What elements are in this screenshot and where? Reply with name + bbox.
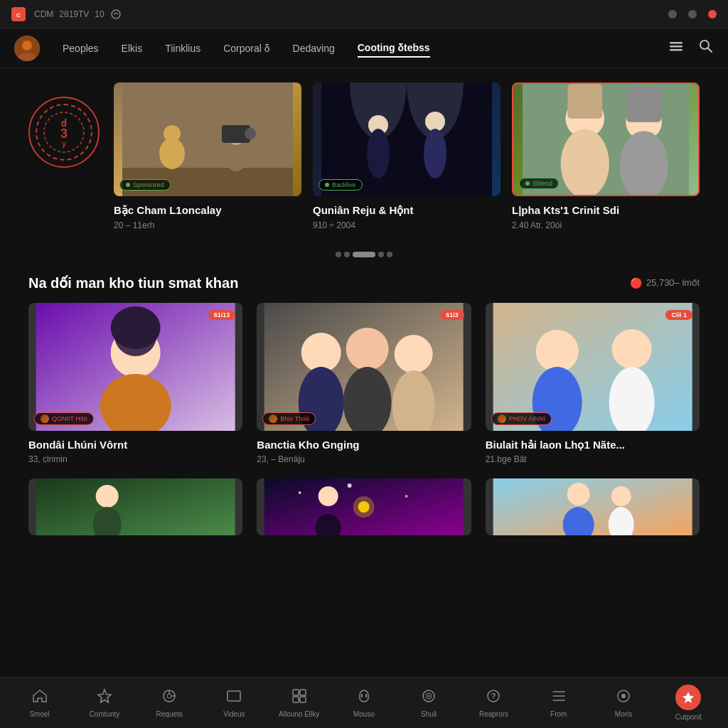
- allouno-label: Allouno Ellky: [279, 710, 319, 718]
- pagination-dot-2[interactable]: [344, 252, 350, 257]
- nav-item-peoples[interactable]: Peoples: [63, 40, 99, 57]
- section-header: Na dối man kho tiun smat khan 🔴 25,730– …: [28, 274, 700, 291]
- allouno-icon: [291, 688, 307, 707]
- card3-title: L|pha Kts'1 Crinit Sdi: [512, 203, 700, 218]
- minimize-button[interactable]: [668, 10, 677, 18]
- view-count: 10: [95, 9, 104, 19]
- bottom-nav-mouso[interactable]: Mouso: [331, 688, 396, 718]
- featured-card-3[interactable]: Sblend L|pha Kts'1 Crinit Sdi 2.40 Atr. …: [512, 82, 700, 230]
- bottom-nav-reaprors[interactable]: ? Reaprors: [461, 688, 526, 718]
- vc3-badge: Ciii 1: [665, 310, 692, 320]
- nav-item-tiinklius[interactable]: Tiinklius: [165, 40, 200, 57]
- video-card-3[interactable]: Ciii 1 PHOV AINNI Biulait hải laon Lhọ1 …: [486, 303, 700, 465]
- vc3-channel: PHOV AINNI: [491, 412, 552, 425]
- svg-point-22: [245, 128, 256, 139]
- svg-point-60: [405, 495, 408, 498]
- mouso-icon: [356, 688, 372, 707]
- mouso-label: Mouso: [353, 710, 375, 718]
- svg-point-17: [159, 138, 185, 169]
- card3-badge: Sblend: [519, 178, 559, 189]
- featured-card-1[interactable]: Sponsored Bặc Cham L1oncalay 20 – 11erh: [114, 82, 301, 230]
- svg-rect-35: [626, 87, 661, 122]
- featured-thumb-3: Sblend: [512, 82, 700, 196]
- pagination-dot-3[interactable]: [353, 252, 375, 257]
- svg-point-72: [167, 694, 171, 698]
- vc1-title: Bondâi Lhúni Vôrnt: [28, 438, 242, 452]
- svg-point-29: [424, 129, 446, 178]
- svg-point-82: [428, 695, 430, 697]
- card3-subtitle: 2.40 Atr. 20öi: [512, 220, 700, 230]
- video-thumb-2: 61i3 Bhio Thiiiii: [257, 303, 471, 431]
- close-button[interactable]: [708, 10, 717, 18]
- comtunty-label: Comtunty: [90, 710, 120, 718]
- svg-point-47: [395, 335, 433, 373]
- nav-item-corporal[interactable]: Corporal δ: [223, 40, 269, 57]
- svg-rect-54: [36, 478, 235, 535]
- card1-subtitle: 20 – 11erh: [114, 220, 301, 230]
- videos-icon: [226, 688, 242, 707]
- app-logo: C: [11, 7, 26, 21]
- channel-name: 2819TV: [59, 9, 89, 19]
- pagination: [28, 252, 700, 257]
- svg-point-89: [621, 694, 626, 698]
- pagination-dot-1[interactable]: [336, 252, 341, 257]
- reaprors-icon: ?: [486, 688, 501, 707]
- bottom-nav-allouno[interactable]: Allouno Ellky: [267, 688, 331, 718]
- smoel-icon: [32, 688, 48, 707]
- card1-badge: Sponsored: [119, 179, 171, 191]
- vc3-sub: 21.bge Bât: [486, 454, 700, 464]
- bottom-nav-smoel[interactable]: Smoel: [7, 688, 72, 718]
- featured-card-2[interactable]: Backlive Quniân Reju & Hộnt 910 ÷ 2004: [313, 82, 500, 230]
- featured-thumb-1: Sponsored: [114, 82, 301, 196]
- bottom-nav-from[interactable]: From: [526, 688, 591, 718]
- svg-point-55: [96, 485, 119, 508]
- search-icon[interactable]: [698, 38, 714, 58]
- featured-section: d 3 y: [28, 82, 700, 230]
- bottom-nav-comtunty[interactable]: Comtunty: [72, 688, 136, 718]
- user-avatar[interactable]: [14, 36, 40, 61]
- svg-point-41: [111, 306, 161, 349]
- video-card-1[interactable]: 61i13 QONIIT HIIII Bondâi Lhúni Vôrnt 33…: [28, 303, 242, 465]
- main-content: d 3 y: [0, 68, 728, 677]
- svg-point-63: [318, 486, 338, 506]
- bottom-thumb-3[interactable]: [486, 478, 700, 535]
- featured-thumb-2: Backlive: [313, 82, 500, 196]
- menu-icon[interactable]: [668, 38, 684, 58]
- svg-point-4: [22, 41, 32, 50]
- reaprors-label: Reaprors: [479, 710, 508, 718]
- from-label: From: [550, 710, 567, 718]
- card1-title: Bặc Cham L1oncalay: [114, 203, 301, 218]
- bottom-nav-moris[interactable]: Moris: [591, 688, 655, 718]
- smoel-label: Smoel: [29, 710, 49, 718]
- bottom-nav-shuli[interactable]: Shuli: [397, 688, 461, 718]
- video-card-2[interactable]: 61i3 Bhio Thiiiii Banctia Kho Gnging 23,…: [257, 303, 471, 465]
- bottom-thumb-2[interactable]: [257, 478, 471, 535]
- svg-rect-7: [670, 46, 682, 48]
- pagination-dot-5[interactable]: [387, 252, 392, 257]
- bottom-nav-cutponit[interactable]: Cutponit: [656, 685, 721, 721]
- featured-logo-inner: d 3 y: [36, 104, 92, 161]
- nav-item-elkis[interactable]: Elkis: [122, 40, 143, 57]
- section-title: Na dối man kho tiun smat khan: [28, 274, 238, 291]
- nav-item-dedaving[interactable]: Dedaving: [293, 40, 335, 57]
- svg-line-10: [708, 48, 712, 53]
- vc1-channel: QONIIT HIIII: [34, 412, 94, 425]
- video-thumb-3: Ciii 1 PHOV AINNI: [486, 303, 700, 431]
- moris-icon: [616, 688, 631, 707]
- maximize-button[interactable]: [688, 10, 697, 18]
- videos-label: Videus: [223, 710, 245, 718]
- from-icon: [551, 688, 567, 707]
- pagination-dot-4[interactable]: [378, 252, 384, 257]
- svg-point-66: [567, 483, 589, 505]
- bottom-nav-videos[interactable]: Videus: [202, 688, 267, 718]
- title-bar-text: CDM 2819TV 10: [34, 9, 122, 20]
- bottom-nav-requets[interactable]: Requets: [137, 688, 202, 718]
- bottom-row: [28, 478, 700, 535]
- svg-point-2: [112, 10, 120, 18]
- svg-rect-32: [567, 84, 602, 119]
- nav-item-cooting[interactable]: Cooting δtebss: [358, 39, 430, 58]
- vc3-title: Biulait hải laon Lhọ1 Nãte...: [486, 438, 700, 452]
- bottom-thumb-1[interactable]: [28, 478, 242, 535]
- vc1-badge: 61i13: [208, 310, 236, 320]
- app-name: CDM: [34, 9, 53, 19]
